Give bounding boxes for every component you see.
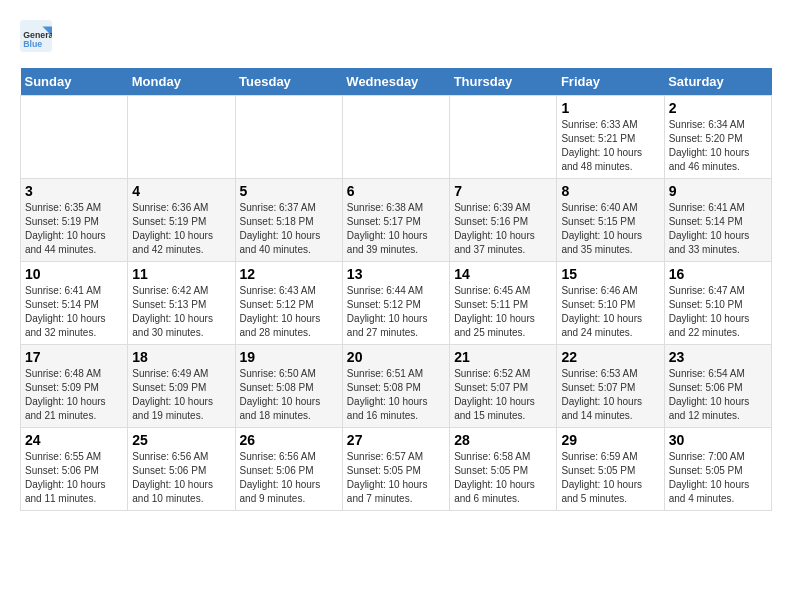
calendar-cell: 4Sunrise: 6:36 AM Sunset: 5:19 PM Daylig…: [128, 179, 235, 262]
calendar-cell: 17Sunrise: 6:48 AM Sunset: 5:09 PM Dayli…: [21, 345, 128, 428]
day-info: Sunrise: 6:41 AM Sunset: 5:14 PM Dayligh…: [669, 201, 767, 257]
day-number: 10: [25, 266, 123, 282]
week-row-2: 3Sunrise: 6:35 AM Sunset: 5:19 PM Daylig…: [21, 179, 772, 262]
calendar-cell: 15Sunrise: 6:46 AM Sunset: 5:10 PM Dayli…: [557, 262, 664, 345]
logo-icon: General Blue: [20, 20, 52, 52]
calendar-cell: 9Sunrise: 6:41 AM Sunset: 5:14 PM Daylig…: [664, 179, 771, 262]
day-number: 5: [240, 183, 338, 199]
calendar-cell: 21Sunrise: 6:52 AM Sunset: 5:07 PM Dayli…: [450, 345, 557, 428]
day-number: 30: [669, 432, 767, 448]
day-info: Sunrise: 6:59 AM Sunset: 5:05 PM Dayligh…: [561, 450, 659, 506]
calendar-cell: 1Sunrise: 6:33 AM Sunset: 5:21 PM Daylig…: [557, 96, 664, 179]
day-info: Sunrise: 6:38 AM Sunset: 5:17 PM Dayligh…: [347, 201, 445, 257]
day-number: 15: [561, 266, 659, 282]
calendar-cell: 18Sunrise: 6:49 AM Sunset: 5:09 PM Dayli…: [128, 345, 235, 428]
day-info: Sunrise: 6:42 AM Sunset: 5:13 PM Dayligh…: [132, 284, 230, 340]
weekday-tuesday: Tuesday: [235, 68, 342, 96]
calendar-cell: [235, 96, 342, 179]
calendar-cell: 10Sunrise: 6:41 AM Sunset: 5:14 PM Dayli…: [21, 262, 128, 345]
day-number: 27: [347, 432, 445, 448]
day-number: 21: [454, 349, 552, 365]
calendar-cell: 12Sunrise: 6:43 AM Sunset: 5:12 PM Dayli…: [235, 262, 342, 345]
day-number: 24: [25, 432, 123, 448]
weekday-saturday: Saturday: [664, 68, 771, 96]
day-info: Sunrise: 6:51 AM Sunset: 5:08 PM Dayligh…: [347, 367, 445, 423]
day-number: 23: [669, 349, 767, 365]
calendar-cell: 3Sunrise: 6:35 AM Sunset: 5:19 PM Daylig…: [21, 179, 128, 262]
calendar-cell: 5Sunrise: 6:37 AM Sunset: 5:18 PM Daylig…: [235, 179, 342, 262]
day-info: Sunrise: 6:44 AM Sunset: 5:12 PM Dayligh…: [347, 284, 445, 340]
day-info: Sunrise: 6:50 AM Sunset: 5:08 PM Dayligh…: [240, 367, 338, 423]
day-number: 6: [347, 183, 445, 199]
calendar-cell: 19Sunrise: 6:50 AM Sunset: 5:08 PM Dayli…: [235, 345, 342, 428]
day-info: Sunrise: 6:52 AM Sunset: 5:07 PM Dayligh…: [454, 367, 552, 423]
day-number: 20: [347, 349, 445, 365]
weekday-thursday: Thursday: [450, 68, 557, 96]
day-number: 25: [132, 432, 230, 448]
week-row-5: 24Sunrise: 6:55 AM Sunset: 5:06 PM Dayli…: [21, 428, 772, 511]
day-number: 13: [347, 266, 445, 282]
calendar-cell: 25Sunrise: 6:56 AM Sunset: 5:06 PM Dayli…: [128, 428, 235, 511]
calendar-cell: 7Sunrise: 6:39 AM Sunset: 5:16 PM Daylig…: [450, 179, 557, 262]
calendar-cell: 16Sunrise: 6:47 AM Sunset: 5:10 PM Dayli…: [664, 262, 771, 345]
day-info: Sunrise: 6:54 AM Sunset: 5:06 PM Dayligh…: [669, 367, 767, 423]
day-info: Sunrise: 6:35 AM Sunset: 5:19 PM Dayligh…: [25, 201, 123, 257]
day-number: 8: [561, 183, 659, 199]
day-number: 2: [669, 100, 767, 116]
day-info: Sunrise: 6:41 AM Sunset: 5:14 PM Dayligh…: [25, 284, 123, 340]
calendar-cell: 24Sunrise: 6:55 AM Sunset: 5:06 PM Dayli…: [21, 428, 128, 511]
calendar-cell: [21, 96, 128, 179]
day-number: 7: [454, 183, 552, 199]
calendar-cell: 2Sunrise: 6:34 AM Sunset: 5:20 PM Daylig…: [664, 96, 771, 179]
calendar-cell: 26Sunrise: 6:56 AM Sunset: 5:06 PM Dayli…: [235, 428, 342, 511]
day-number: 11: [132, 266, 230, 282]
day-number: 17: [25, 349, 123, 365]
week-row-1: 1Sunrise: 6:33 AM Sunset: 5:21 PM Daylig…: [21, 96, 772, 179]
day-number: 9: [669, 183, 767, 199]
calendar-cell: 30Sunrise: 7:00 AM Sunset: 5:05 PM Dayli…: [664, 428, 771, 511]
calendar-body: 1Sunrise: 6:33 AM Sunset: 5:21 PM Daylig…: [21, 96, 772, 511]
calendar-cell: 13Sunrise: 6:44 AM Sunset: 5:12 PM Dayli…: [342, 262, 449, 345]
day-number: 22: [561, 349, 659, 365]
day-info: Sunrise: 6:58 AM Sunset: 5:05 PM Dayligh…: [454, 450, 552, 506]
day-number: 28: [454, 432, 552, 448]
day-info: Sunrise: 6:39 AM Sunset: 5:16 PM Dayligh…: [454, 201, 552, 257]
weekday-friday: Friday: [557, 68, 664, 96]
day-number: 26: [240, 432, 338, 448]
weekday-sunday: Sunday: [21, 68, 128, 96]
weekday-monday: Monday: [128, 68, 235, 96]
day-info: Sunrise: 6:53 AM Sunset: 5:07 PM Dayligh…: [561, 367, 659, 423]
calendar-cell: 27Sunrise: 6:57 AM Sunset: 5:05 PM Dayli…: [342, 428, 449, 511]
day-number: 29: [561, 432, 659, 448]
day-info: Sunrise: 6:49 AM Sunset: 5:09 PM Dayligh…: [132, 367, 230, 423]
calendar-cell: 11Sunrise: 6:42 AM Sunset: 5:13 PM Dayli…: [128, 262, 235, 345]
svg-text:Blue: Blue: [23, 39, 42, 49]
day-number: 19: [240, 349, 338, 365]
day-info: Sunrise: 6:36 AM Sunset: 5:19 PM Dayligh…: [132, 201, 230, 257]
day-info: Sunrise: 6:37 AM Sunset: 5:18 PM Dayligh…: [240, 201, 338, 257]
day-number: 16: [669, 266, 767, 282]
calendar-cell: 28Sunrise: 6:58 AM Sunset: 5:05 PM Dayli…: [450, 428, 557, 511]
day-number: 12: [240, 266, 338, 282]
calendar-cell: 29Sunrise: 6:59 AM Sunset: 5:05 PM Dayli…: [557, 428, 664, 511]
calendar-cell: [450, 96, 557, 179]
calendar-table: SundayMondayTuesdayWednesdayThursdayFrid…: [20, 68, 772, 511]
day-info: Sunrise: 6:55 AM Sunset: 5:06 PM Dayligh…: [25, 450, 123, 506]
calendar-cell: 8Sunrise: 6:40 AM Sunset: 5:15 PM Daylig…: [557, 179, 664, 262]
day-info: Sunrise: 7:00 AM Sunset: 5:05 PM Dayligh…: [669, 450, 767, 506]
calendar-cell: [128, 96, 235, 179]
page-header: General Blue: [20, 20, 772, 52]
day-info: Sunrise: 6:47 AM Sunset: 5:10 PM Dayligh…: [669, 284, 767, 340]
weekday-wednesday: Wednesday: [342, 68, 449, 96]
day-info: Sunrise: 6:48 AM Sunset: 5:09 PM Dayligh…: [25, 367, 123, 423]
day-number: 18: [132, 349, 230, 365]
logo: General Blue: [20, 20, 56, 52]
calendar-cell: 14Sunrise: 6:45 AM Sunset: 5:11 PM Dayli…: [450, 262, 557, 345]
week-row-4: 17Sunrise: 6:48 AM Sunset: 5:09 PM Dayli…: [21, 345, 772, 428]
day-info: Sunrise: 6:33 AM Sunset: 5:21 PM Dayligh…: [561, 118, 659, 174]
day-info: Sunrise: 6:45 AM Sunset: 5:11 PM Dayligh…: [454, 284, 552, 340]
calendar-cell: 20Sunrise: 6:51 AM Sunset: 5:08 PM Dayli…: [342, 345, 449, 428]
day-info: Sunrise: 6:34 AM Sunset: 5:20 PM Dayligh…: [669, 118, 767, 174]
calendar-cell: 23Sunrise: 6:54 AM Sunset: 5:06 PM Dayli…: [664, 345, 771, 428]
calendar-cell: [342, 96, 449, 179]
